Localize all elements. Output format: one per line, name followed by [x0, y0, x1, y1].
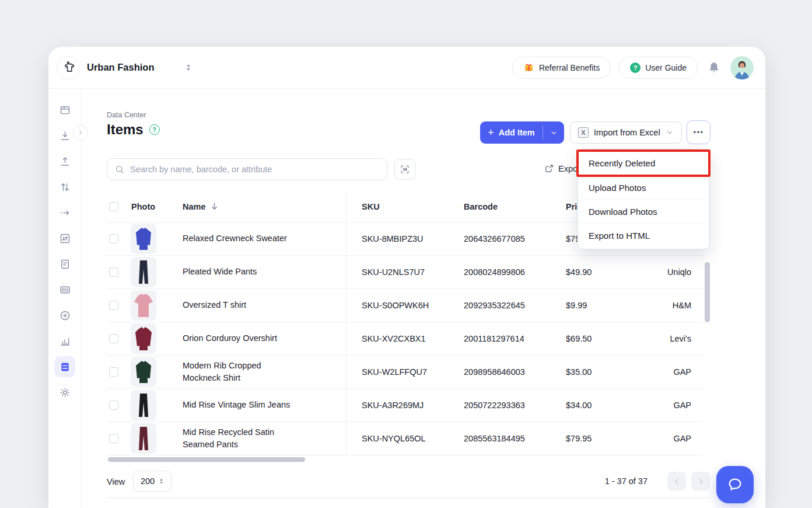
pagination-range: 1 - 37 of 37 — [554, 476, 648, 486]
sidebar-item-upload[interactable] — [54, 151, 75, 172]
chevron-down-icon — [666, 128, 674, 137]
product-photo — [131, 290, 156, 321]
chat-support-button[interactable] — [716, 466, 754, 503]
sidebar-item-plus-circle[interactable] — [54, 305, 75, 326]
sidebar-item-move-out-arrow[interactable] — [54, 202, 75, 223]
page-size-value: 200 — [141, 476, 155, 486]
row-checkbox[interactable] — [109, 267, 118, 277]
plus-icon: + — [488, 127, 494, 138]
previous-page-button[interactable] — [667, 472, 686, 490]
workspace-name[interactable]: Urban Fashion — [87, 62, 155, 73]
product-photo — [131, 257, 156, 287]
user-guide-button[interactable]: ? User Guide — [619, 57, 698, 79]
column-header-name[interactable]: Name — [183, 202, 362, 211]
row-checkbox[interactable] — [109, 334, 118, 343]
item-brand: Uniqlo — [633, 267, 703, 277]
item-name: Oversized T shirt — [183, 299, 299, 311]
add-item-button[interactable]: + Add Item — [480, 121, 564, 144]
import-from-excel-button[interactable]: X Import from Excel — [570, 121, 682, 144]
user-guide-label: User Guide — [645, 63, 687, 72]
menu-item-upload-photos[interactable]: Upload Photos — [578, 175, 709, 199]
item-barcode: 2001181297614 — [464, 334, 566, 343]
item-barcode: 2050722293363 — [464, 401, 566, 410]
item-brand: GAP — [633, 434, 703, 443]
sidebar-expand-button[interactable] — [73, 125, 88, 140]
sidebar-item-sort-box[interactable] — [54, 228, 75, 249]
item-name: Pleated Wide Pants — [183, 266, 299, 278]
sidebar-item-barcode[interactable] — [54, 279, 75, 300]
search-input[interactable] — [130, 165, 380, 174]
item-barcode: 2064326677085 — [464, 234, 566, 243]
more-actions-button[interactable]: ••• — [687, 120, 710, 144]
table-row[interactable]: Orion Corduroy Overshirt SKU-XV2CXBX1 20… — [107, 322, 703, 356]
row-checkbox[interactable] — [109, 367, 118, 377]
page-size-select[interactable]: 200 — [133, 471, 172, 492]
export-icon — [544, 163, 554, 173]
workspace-switcher-icon[interactable] — [185, 64, 192, 71]
view-label: View — [107, 477, 125, 486]
sidebar-item-download[interactable] — [54, 125, 75, 146]
table-row[interactable]: Mid Rise Recycled Satin Seamed Pants SKU… — [107, 422, 703, 455]
barcode-icon — [59, 284, 71, 296]
add-item-dropdown-chevron-icon[interactable] — [543, 129, 564, 137]
column-header-sku: SKU — [362, 202, 464, 211]
table-row[interactable]: Oversized T shirt SKU-S0OPWK6H 209293532… — [107, 289, 703, 322]
item-brand: Levi's — [633, 334, 703, 343]
row-checkbox[interactable] — [109, 434, 118, 443]
item-price: $9.99 — [566, 301, 633, 310]
item-price: $69.50 — [566, 334, 633, 343]
scan-barcode-icon — [400, 164, 410, 175]
item-sku: SKU-U2NLS7U7 — [362, 267, 464, 277]
select-arrows-icon — [159, 478, 164, 485]
row-checkbox[interactable] — [109, 234, 118, 243]
product-photo — [131, 390, 156, 420]
search-icon — [114, 164, 125, 175]
barcode-scan-button[interactable] — [394, 159, 415, 180]
sidebar-item-inventory-rows[interactable] — [54, 356, 75, 377]
referral-benefits-button[interactable]: Referral Benefits — [512, 57, 611, 79]
bar-chart-icon — [59, 335, 71, 347]
sidebar-item-note[interactable] — [54, 253, 75, 274]
plus-circle-icon — [59, 309, 71, 322]
table-row[interactable]: Mid Rise Vintage Slim Jeans SKU-A3R269MJ… — [107, 389, 703, 422]
menu-item-export-to-html[interactable]: Export to HTML — [578, 223, 709, 247]
user-avatar[interactable] — [730, 56, 754, 79]
item-sku: SKU-NYQL65OL — [362, 434, 464, 443]
sidebar-item-swap-vertical[interactable] — [54, 176, 75, 197]
app-logo — [57, 56, 80, 79]
vertical-scrollbar-thumb[interactable] — [705, 262, 710, 322]
horizontal-scrollbar-thumb[interactable] — [108, 457, 305, 462]
menu-item-recently-deleted[interactable]: Recently Deleted — [578, 151, 709, 175]
items-help-icon[interactable]: ? — [149, 124, 160, 135]
item-barcode: 2008024899806 — [464, 267, 566, 277]
next-page-button[interactable] — [691, 472, 710, 490]
select-all-checkbox[interactable] — [109, 202, 118, 211]
table-body: Relaxed Crewneck Sweater SKU-8MBIPZ3U 20… — [107, 222, 703, 455]
item-name: Relaxed Crewneck Sweater — [183, 232, 299, 245]
row-checkbox[interactable] — [109, 301, 118, 310]
upload-icon — [59, 155, 71, 168]
note-icon — [59, 258, 71, 270]
download-icon — [59, 130, 71, 142]
table-row[interactable]: Pleated Wide Pants SKU-U2NLS7U7 20080248… — [107, 256, 703, 289]
item-name: Modern Rib Cropped Mockneck Shirt — [183, 360, 299, 384]
product-photo — [131, 323, 156, 354]
menu-item-download-photos[interactable]: Download Photos — [578, 199, 709, 223]
sidebar-item-archive-box[interactable] — [54, 99, 75, 120]
inventory-rows-icon — [59, 361, 71, 373]
item-barcode: 2098958646003 — [464, 367, 566, 377]
item-sku: SKU-A3R269MJ — [362, 401, 464, 410]
product-photo — [131, 423, 156, 454]
item-brand: H&M — [633, 301, 703, 310]
sort-descending-icon — [210, 202, 219, 211]
sidebar-item-settings-gear[interactable] — [54, 382, 75, 403]
referral-benefits-label: Referral Benefits — [539, 63, 600, 72]
item-name: Mid Rise Vintage Slim Jeans — [183, 399, 299, 411]
notifications-bell-icon[interactable] — [707, 61, 721, 75]
row-checkbox[interactable] — [109, 401, 118, 410]
sidebar-item-bar-chart[interactable] — [54, 330, 75, 352]
add-item-label: Add Item — [499, 128, 535, 137]
table-row[interactable]: Modern Rib Cropped Mockneck Shirt SKU-W2… — [107, 356, 703, 389]
screen: Urban Fashion Referral Benef — [0, 0, 812, 508]
item-brand: GAP — [633, 367, 703, 377]
